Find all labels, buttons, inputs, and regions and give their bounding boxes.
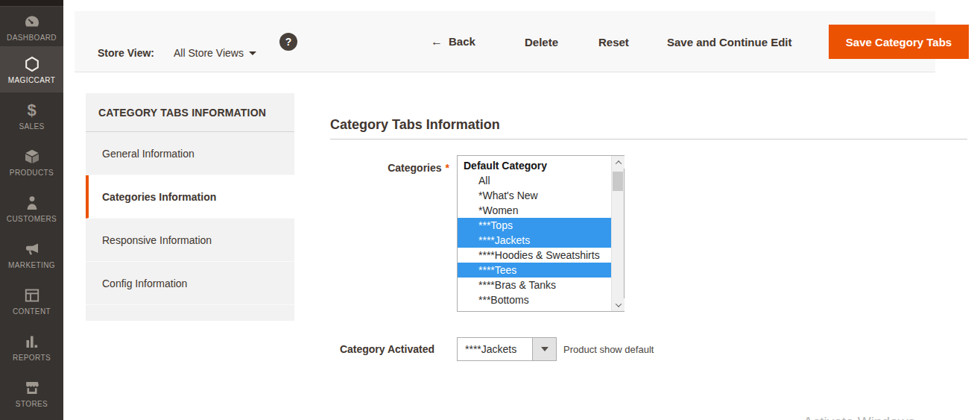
save-category-tabs-button[interactable]: Save Category Tabs — [829, 25, 969, 59]
sidebar-item-label: MARKETING — [8, 261, 55, 269]
back-button-label: Back — [449, 35, 475, 48]
category-option-selected[interactable]: ***Tops — [458, 218, 611, 233]
admin-sidebar: DASHBOARD MAGICCART $ SALES PRODUCTS CUS… — [0, 0, 63, 420]
tab-categories-information[interactable]: Categories Information — [86, 175, 294, 219]
sidebar-item-marketing[interactable]: MARKETING — [0, 231, 63, 278]
categories-field-label: Categories* — [330, 162, 449, 174]
categories-option-list: Default Category All *What's New *Women … — [458, 158, 611, 307]
store-view-label: Store View: — [98, 47, 154, 59]
magento-admin-page: DASHBOARD MAGICCART $ SALES PRODUCTS CUS… — [0, 0, 980, 420]
sidebar-item-label: CUSTOMERS — [7, 215, 57, 223]
stores-icon — [22, 378, 42, 398]
top-margin — [63, 0, 980, 11]
arrow-left-icon: ← — [431, 35, 443, 48]
category-option-selected[interactable]: ****Jackets — [458, 233, 611, 248]
store-view-switcher[interactable]: All Store Views — [174, 47, 256, 59]
sidebar-item-customers[interactable]: CUSTOMERS — [0, 185, 63, 231]
reports-icon — [22, 332, 42, 351]
category-option[interactable]: ****Bras & Tanks — [458, 278, 611, 292]
sidebar-item-label: DASHBOARD — [7, 34, 57, 42]
delete-button[interactable]: Delete — [525, 35, 558, 48]
sidebar-item-label: REPORTS — [13, 354, 51, 362]
products-icon — [22, 147, 42, 166]
marketing-icon — [22, 239, 42, 259]
help-icon[interactable]: ? — [279, 33, 297, 51]
magento-logo-strip — [0, 0, 63, 7]
sales-icon: $ — [22, 101, 42, 120]
required-asterisk: * — [446, 162, 449, 174]
listbox-scrollbar[interactable] — [611, 156, 624, 311]
activate-windows-watermark: Activate Windows — [803, 414, 915, 420]
page-title: Category Tabs Information — [330, 117, 500, 133]
store-view-value: All Store Views — [174, 47, 244, 59]
category-option[interactable]: ****Hoodies & Sweatshirts — [458, 248, 611, 263]
magiccart-icon — [22, 54, 42, 74]
customers-icon — [22, 193, 42, 213]
categories-multiselect[interactable]: Default Category All *What's New *Women … — [457, 155, 625, 312]
sidebar-item-products[interactable]: PRODUCTS — [0, 139, 63, 185]
chevron-down-icon — [249, 51, 256, 55]
content-icon — [22, 286, 42, 305]
tabs-panel-header: CATEGORY TABS INFORMATION — [86, 93, 294, 132]
tab-config-information[interactable]: Config Information — [86, 262, 294, 305]
sidebar-item-sales[interactable]: $ SALES — [0, 93, 63, 139]
category-activated-note: Product show default — [563, 344, 654, 355]
tab-responsive-information[interactable]: Responsive Information — [86, 219, 294, 262]
sidebar-item-label: CONTENT — [13, 307, 51, 316]
category-option[interactable]: *Women — [458, 203, 611, 218]
sidebar-item-stores[interactable]: STORES — [0, 370, 63, 416]
chevron-down-icon — [541, 347, 549, 351]
sidebar-item-label: STORES — [16, 400, 48, 408]
scroll-down-icon[interactable] — [612, 298, 625, 311]
sidebar-item-label: MAGICCART — [8, 76, 55, 84]
sidebar-item-dashboard[interactable]: DASHBOARD — [0, 7, 63, 46]
sidebar-item-label: PRODUCTS — [10, 169, 54, 177]
title-divider — [330, 139, 967, 140]
dashboard-icon — [22, 12, 42, 31]
sidebar-item-label: SALES — [19, 122, 44, 131]
sidebar-item-content[interactable]: CONTENT — [0, 278, 63, 324]
category-tabs-nav-panel: CATEGORY TABS INFORMATION General Inform… — [86, 93, 294, 321]
tab-general-information[interactable]: General Information — [86, 132, 294, 175]
category-option[interactable]: *What's New — [458, 188, 611, 203]
sidebar-item-reports[interactable]: REPORTS — [0, 324, 63, 370]
category-option[interactable]: All — [458, 173, 611, 188]
page-actions-toolbar: Store View: All Store Views ? ←Back Dele… — [75, 11, 935, 72]
category-activated-select[interactable]: ****Jackets — [457, 337, 557, 361]
category-option[interactable]: ***Bottoms — [458, 292, 611, 307]
category-activated-value: ****Jackets — [465, 338, 516, 360]
category-activated-label: Category Activated — [315, 343, 434, 355]
scroll-up-icon[interactable] — [612, 156, 625, 169]
watermark-clip: Activate Windows — [803, 414, 967, 420]
select-arrow-button[interactable] — [532, 338, 556, 360]
sidebar-item-magiccart[interactable]: MAGICCART — [0, 46, 63, 93]
category-option[interactable]: Default Category — [458, 158, 611, 173]
save-and-continue-button[interactable]: Save and Continue Edit — [667, 35, 792, 48]
back-button[interactable]: ←Back — [431, 35, 475, 48]
scrollbar-thumb[interactable] — [613, 172, 623, 191]
reset-button[interactable]: Reset — [598, 35, 629, 48]
category-option-selected[interactable]: ****Tees — [458, 263, 611, 278]
store-view-control: Store View: All Store Views — [98, 47, 256, 59]
